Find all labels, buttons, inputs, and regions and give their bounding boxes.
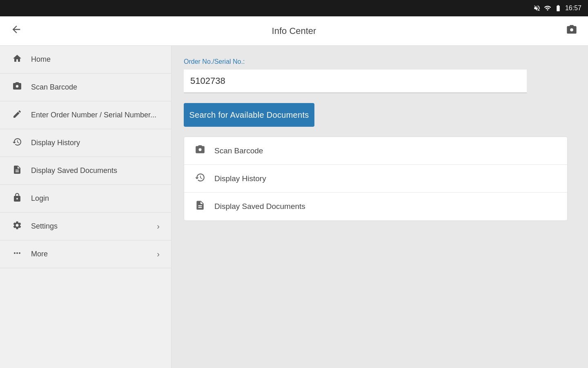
sidebar-item-display-saved[interactable]: Display Saved Documents bbox=[0, 157, 171, 185]
wifi-icon bbox=[544, 4, 551, 12]
action-item-scan-barcode[interactable]: Scan Barcode bbox=[184, 137, 567, 165]
action-list: Scan Barcode Display History Display Sav… bbox=[184, 137, 568, 221]
action-label-display-saved: Display Saved Documents bbox=[214, 202, 305, 211]
action-label-scan-barcode: Scan Barcode bbox=[214, 146, 263, 155]
search-button[interactable]: Search for Available Documents bbox=[184, 103, 314, 127]
camera-sidebar-icon bbox=[11, 81, 23, 94]
app-bar: Info Center bbox=[0, 16, 588, 46]
display-history-action-icon bbox=[194, 172, 206, 185]
action-item-display-saved[interactable]: Display Saved Documents bbox=[184, 193, 567, 220]
sidebar-item-home[interactable]: Home bbox=[0, 46, 171, 74]
status-time: 16:57 bbox=[565, 4, 581, 12]
more-chevron-icon: › bbox=[157, 249, 160, 259]
mute-icon bbox=[533, 4, 541, 12]
lock-icon bbox=[11, 193, 23, 205]
sidebar-label-enter-order: Enter Order Number / Serial Number... bbox=[31, 111, 156, 119]
app-bar-title: Info Center bbox=[272, 26, 316, 36]
sidebar-label-display-history: Display History bbox=[31, 139, 80, 147]
home-icon bbox=[11, 54, 23, 66]
camera-button[interactable] bbox=[564, 24, 580, 38]
camera-icon bbox=[566, 24, 577, 36]
settings-chevron-icon: › bbox=[157, 222, 160, 231]
display-saved-action-icon bbox=[194, 200, 206, 213]
sidebar-item-scan-barcode[interactable]: Scan Barcode bbox=[0, 74, 171, 101]
order-input[interactable] bbox=[184, 70, 527, 93]
main-layout: Home Scan Barcode Enter Order Number / S… bbox=[0, 46, 588, 368]
sidebar-item-login[interactable]: Login bbox=[0, 185, 171, 213]
sidebar-label-display-saved: Display Saved Documents bbox=[31, 166, 117, 175]
more-icon bbox=[11, 248, 23, 260]
document-sidebar-icon bbox=[11, 165, 23, 177]
status-bar: 16:57 bbox=[0, 0, 588, 16]
status-icons: 16:57 bbox=[533, 4, 581, 12]
sidebar-label-home: Home bbox=[31, 55, 51, 64]
sidebar-item-enter-order[interactable]: Enter Order Number / Serial Number... bbox=[0, 101, 171, 129]
history-sidebar-icon bbox=[11, 137, 23, 149]
scan-barcode-action-icon bbox=[194, 144, 206, 157]
content-area: Order No./Serial No.: Search for Availab… bbox=[172, 46, 588, 368]
battery-icon bbox=[555, 4, 562, 12]
action-label-display-history: Display History bbox=[214, 174, 266, 183]
sidebar-label-more: More bbox=[31, 250, 48, 258]
action-item-display-history[interactable]: Display History bbox=[184, 165, 567, 193]
sidebar-item-display-history[interactable]: Display History bbox=[0, 129, 171, 157]
sidebar-label-scan-barcode: Scan Barcode bbox=[31, 83, 77, 92]
order-section: Order No./Serial No.: bbox=[184, 58, 576, 93]
sidebar-label-settings: Settings bbox=[31, 222, 58, 231]
sidebar-label-login: Login bbox=[31, 194, 49, 203]
sidebar: Home Scan Barcode Enter Order Number / S… bbox=[0, 46, 172, 368]
gear-icon bbox=[11, 220, 23, 233]
pencil-icon bbox=[11, 109, 23, 121]
back-icon bbox=[11, 24, 22, 35]
order-label: Order No./Serial No.: bbox=[184, 58, 576, 65]
sidebar-item-settings[interactable]: Settings › bbox=[0, 213, 171, 240]
back-button[interactable] bbox=[8, 24, 24, 38]
sidebar-item-more[interactable]: More › bbox=[0, 240, 171, 268]
